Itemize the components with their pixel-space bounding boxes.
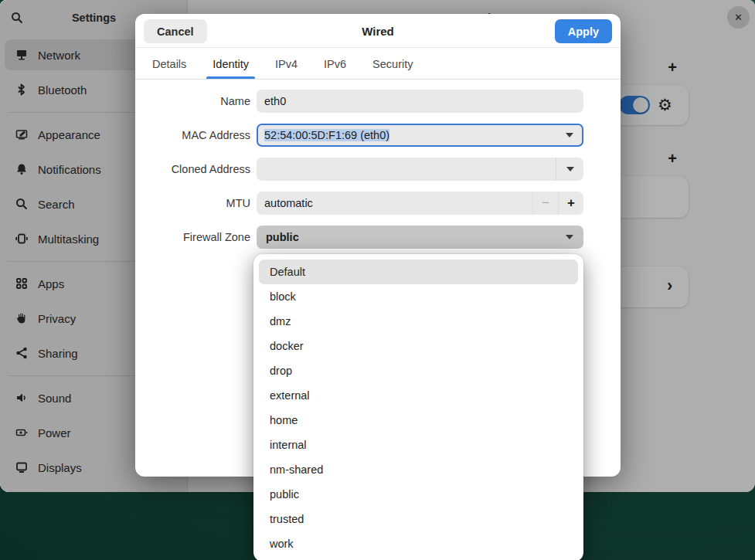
popup-item-dmz[interactable]: dmz [259,309,578,334]
popup-item-public[interactable]: public [259,482,578,507]
popup-item-work[interactable]: work [259,531,578,556]
dropdown-arrow-icon [566,235,573,239]
popup-item-drop[interactable]: drop [259,358,578,383]
mtu-label: MTU [135,192,250,215]
tab-identity[interactable]: Identity [205,49,257,79]
firewall-zone-label: Firewall Zone [135,226,250,249]
tab-security[interactable]: Security [365,49,420,79]
cloned-address-combobox[interactable] [257,158,583,181]
popup-item-default[interactable]: Default [259,260,578,284]
dialog-header: Wired Cancel Apply [135,14,621,48]
tab-ipv4[interactable]: IPv4 [267,49,305,79]
popup-item-docker[interactable]: docker [259,334,578,358]
mac-address-combobox[interactable]: 52:54:00:5D:F1:69 (eth0) [257,124,583,147]
firewall-zone-dropdown[interactable]: public [257,226,583,249]
mac-address-dropdown-button[interactable] [556,124,583,147]
apply-button[interactable]: Apply [555,19,612,43]
mac-address-input[interactable]: 52:54:00:5D:F1:69 (eth0) [257,124,556,147]
popup-item-block[interactable]: block [259,284,578,309]
dropdown-arrow-icon [566,133,573,137]
dropdown-arrow-icon [566,167,574,171]
firewall-zone-dropdown-button[interactable] [556,235,583,239]
firewall-zone-popup: Default block dmz docker drop external h… [253,254,583,560]
dialog-title: Wired [135,14,621,48]
mtu-input[interactable]: automatic [257,192,532,215]
mtu-increase-button[interactable]: + [558,192,583,215]
popup-item-nm-shared[interactable]: nm-shared [259,457,578,482]
minus-icon: − [542,195,549,211]
cloned-address-dropdown-button[interactable] [556,158,583,181]
tab-details[interactable]: Details [145,49,194,79]
popup-item-external[interactable]: external [259,383,578,408]
mac-address-label: MAC Address [135,124,250,147]
cloned-address-input[interactable] [257,158,556,181]
plus-icon: + [567,195,575,211]
cancel-button[interactable]: Cancel [144,19,207,43]
tab-ipv6[interactable]: IPv6 [316,49,354,79]
mtu-decrease-button[interactable]: − [532,192,558,215]
name-label: Name [135,90,250,113]
popup-item-trusted[interactable]: trusted [259,507,578,531]
popup-item-internal[interactable]: internal [259,433,578,457]
cloned-address-label: Cloned Address [135,158,250,181]
dialog-tabbar: Details Identity IPv4 IPv6 Security [135,49,621,80]
name-input[interactable]: eth0 [257,90,583,113]
firewall-zone-value: public [257,226,556,249]
popup-item-home[interactable]: home [259,408,578,433]
mtu-spinbutton[interactable]: automatic − + [257,192,583,215]
